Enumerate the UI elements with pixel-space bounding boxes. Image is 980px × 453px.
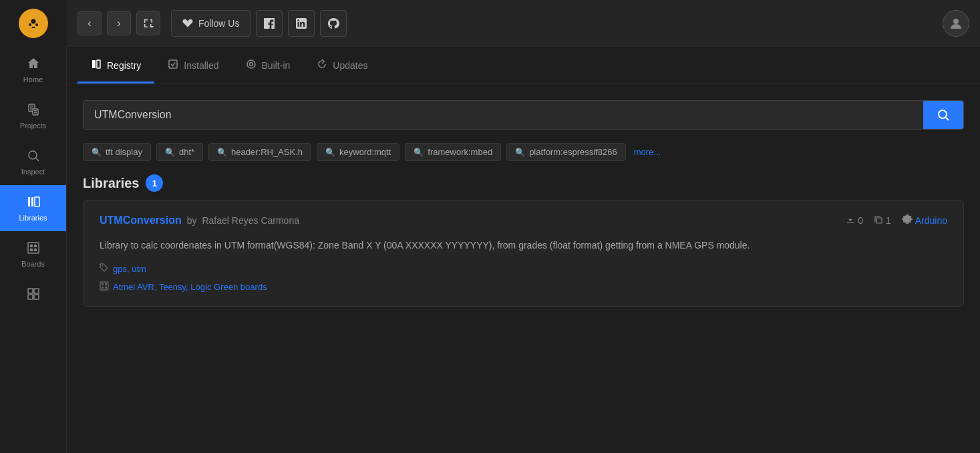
- svg-rect-39: [102, 287, 104, 289]
- logo-icon: [19, 9, 48, 38]
- sidebar-item-inspect[interactable]: Inspect: [0, 139, 66, 185]
- sidebar-item-libraries[interactable]: Libraries: [0, 185, 66, 231]
- svg-rect-37: [102, 283, 104, 285]
- card-boards: Atmel AVR, Teensy, Logic Green boards: [100, 281, 947, 293]
- libraries-section-header: Libraries 1: [67, 161, 980, 200]
- svg-rect-38: [105, 283, 107, 285]
- svg-point-12: [29, 151, 37, 159]
- topbar: ‹ › Follow Us: [67, 0, 980, 47]
- svg-rect-40: [105, 287, 107, 289]
- downloads-meta: 0: [846, 215, 863, 226]
- search-button[interactable]: [923, 101, 963, 129]
- back-button[interactable]: ‹: [77, 11, 102, 35]
- chip-framework-label: framework:mbed: [428, 147, 492, 157]
- chip-keyword-label: keyword:mqtt: [339, 147, 391, 157]
- chip-search-icon-keyword: 🔍: [325, 148, 335, 157]
- svg-rect-29: [169, 60, 177, 68]
- filter-chips: 🔍 tft display 🔍 dht* 🔍 header:RH_ASK.h 🔍…: [67, 138, 980, 161]
- svg-rect-22: [28, 289, 33, 293]
- linkedin-button[interactable]: [288, 10, 315, 37]
- sidebar-item-projects[interactable]: Projects: [0, 93, 66, 139]
- svg-point-26: [953, 19, 959, 24]
- tab-builtin-label: Built-in: [262, 60, 291, 71]
- expand-button[interactable]: [136, 11, 160, 35]
- svg-rect-16: [35, 197, 39, 206]
- svg-rect-7: [30, 108, 33, 109]
- svg-rect-6: [30, 106, 33, 107]
- sidebar-item-extensions[interactable]: [0, 277, 66, 313]
- libraries-count-badge: 1: [146, 174, 163, 192]
- svg-rect-25: [34, 295, 39, 299]
- filter-chip-platform[interactable]: 🔍 platform:espressif8266: [506, 143, 626, 161]
- filter-chip-dht[interactable]: 🔍 dht*: [156, 143, 203, 161]
- card-title: UTMConversion by Rafael Reyes Carmona: [100, 214, 299, 226]
- search-input[interactable]: [84, 101, 923, 129]
- sidebar-item-boards[interactable]: Boards: [0, 231, 66, 277]
- chip-platform-label: platform:espressif8266: [529, 147, 617, 157]
- main-content: ‹ › Follow Us: [67, 0, 980, 453]
- app-logo[interactable]: [0, 0, 67, 47]
- svg-point-2: [29, 23, 31, 26]
- framework-link[interactable]: Arduino: [915, 215, 947, 226]
- svg-line-33: [946, 118, 949, 121]
- boards-link[interactable]: Atmel AVR, Teensy, Logic Green boards: [113, 282, 267, 292]
- sidebar-item-home-label: Home: [23, 76, 43, 84]
- tab-registry[interactable]: Registry: [77, 47, 154, 84]
- sidebar: Home Projects Inspect: [0, 0, 67, 453]
- updates-tab-icon: [317, 59, 327, 72]
- chip-tft-label: tft display: [106, 147, 142, 157]
- sidebar-item-boards-label: Boards: [21, 260, 45, 268]
- svg-point-3: [35, 23, 38, 26]
- user-avatar[interactable]: [943, 10, 969, 37]
- card-header: UTMConversion by Rafael Reyes Carmona 0: [100, 214, 947, 227]
- library-name-link[interactable]: UTMConversion: [100, 214, 182, 226]
- github-button[interactable]: [320, 10, 347, 37]
- search-bar: [83, 100, 964, 130]
- tag-icon: [100, 263, 109, 275]
- library-author-prefix: by: [187, 215, 197, 226]
- extensions-icon: [26, 287, 41, 303]
- tab-builtin[interactable]: Built-in: [232, 47, 304, 84]
- copies-meta: 1: [874, 215, 891, 226]
- chip-search-icon-dht: 🔍: [165, 148, 175, 157]
- svg-rect-20: [30, 249, 33, 251]
- svg-rect-28: [97, 60, 100, 68]
- svg-rect-15: [31, 197, 33, 206]
- chip-header-label: header:RH_ASK.h: [231, 147, 303, 157]
- filter-chip-tft[interactable]: 🔍 tft display: [83, 143, 151, 161]
- chip-dht-label: dht*: [179, 147, 194, 157]
- filter-chip-framework[interactable]: 🔍 framework:mbed: [405, 143, 501, 161]
- chip-search-icon-framework: 🔍: [414, 148, 424, 157]
- svg-rect-17: [28, 243, 39, 253]
- content-area: Registry Installed Built: [67, 47, 980, 453]
- forward-button[interactable]: ›: [107, 11, 131, 35]
- svg-point-35: [102, 265, 103, 267]
- library-author: Rafael Reyes Carmona: [202, 215, 299, 226]
- follow-us-button[interactable]: Follow Us: [171, 10, 251, 37]
- svg-point-30: [247, 60, 255, 68]
- home-icon: [26, 56, 41, 73]
- tab-updates[interactable]: Updates: [303, 47, 381, 84]
- sidebar-item-libraries-label: Libraries: [19, 214, 47, 222]
- tags-link[interactable]: gps, utm: [113, 264, 146, 274]
- tab-updates-label: Updates: [333, 60, 367, 71]
- download-icon: [846, 215, 855, 226]
- filter-chip-header[interactable]: 🔍 header:RH_ASK.h: [208, 143, 311, 161]
- projects-icon: [26, 102, 41, 119]
- follow-us-label: Follow Us: [198, 18, 239, 29]
- svg-rect-9: [33, 109, 38, 115]
- boards-icon: [26, 241, 41, 257]
- svg-rect-24: [28, 295, 33, 299]
- builtin-tab-icon: [246, 59, 257, 72]
- svg-rect-8: [30, 110, 32, 111]
- more-filters-link[interactable]: more...: [631, 143, 663, 161]
- tab-installed-label: Installed: [184, 60, 218, 71]
- filter-chip-keyword[interactable]: 🔍 keyword:mqtt: [317, 143, 399, 161]
- sidebar-item-home[interactable]: Home: [0, 47, 66, 93]
- chip-search-icon-platform: 🔍: [515, 148, 525, 157]
- framework-meta: Arduino: [902, 214, 947, 227]
- svg-rect-23: [34, 289, 39, 293]
- facebook-button[interactable]: [256, 10, 283, 37]
- tab-installed[interactable]: Installed: [154, 47, 232, 84]
- gear-icon: [902, 214, 913, 227]
